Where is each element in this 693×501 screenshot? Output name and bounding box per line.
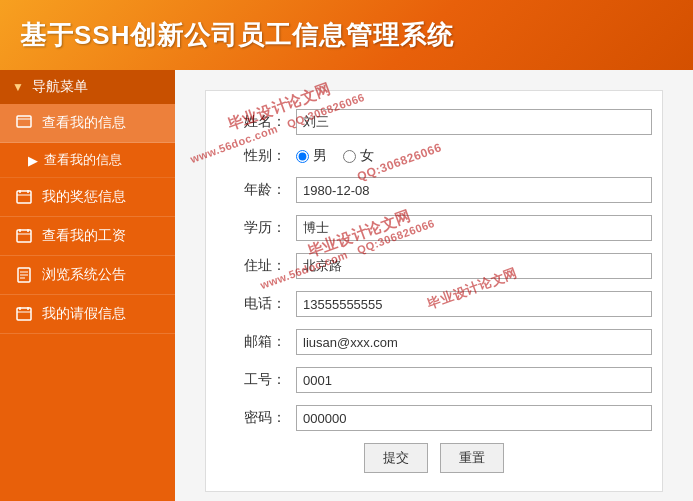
sidebar-item-my-awards[interactable]: 我的奖惩信息 [0, 178, 175, 217]
label-name: 姓名： [216, 113, 296, 131]
input-education[interactable] [296, 215, 652, 241]
content-area: 毕业设计论文网 www.56doc.com QQ:306826066 QQ:30… [175, 70, 693, 501]
sidebar-label-system-notice: 浏览系统公告 [42, 266, 126, 284]
form-buttons: 提交 重置 [206, 443, 662, 473]
label-empno: 工号： [216, 371, 296, 389]
sidebar-label-my-leave: 我的请假信息 [42, 305, 126, 323]
label-education: 学历： [216, 219, 296, 237]
input-password[interactable] [296, 405, 652, 431]
input-name[interactable] [296, 109, 652, 135]
calendar-icon-2 [14, 228, 34, 244]
sidebar-item-my-info[interactable]: 查看我的信息 [0, 104, 175, 143]
label-gender: 性别： [216, 147, 296, 165]
reset-button[interactable]: 重置 [440, 443, 504, 473]
sidebar-label-my-awards: 我的奖惩信息 [42, 188, 126, 206]
form-row-email: 邮箱： [206, 329, 662, 355]
form-row-gender: 性别： 男 女 [206, 147, 662, 165]
svg-rect-14 [17, 308, 31, 320]
radio-female[interactable]: 女 [343, 147, 374, 165]
calendar-icon-1 [14, 189, 34, 205]
label-email: 邮箱： [216, 333, 296, 351]
svg-rect-0 [17, 116, 31, 127]
input-address[interactable] [296, 253, 652, 279]
sidebar-label-my-info: 查看我的信息 [42, 114, 126, 132]
radio-male[interactable]: 男 [296, 147, 327, 165]
svg-rect-2 [17, 191, 31, 203]
person-icon [14, 115, 34, 131]
sidebar-sub-item-my-info[interactable]: ▶ 查看我的信息 [0, 143, 175, 178]
label-password: 密码： [216, 409, 296, 427]
sidebar-label-my-salary: 查看我的工资 [42, 227, 126, 245]
form-row-name: 姓名： [206, 109, 662, 135]
sidebar-item-my-leave[interactable]: 我的请假信息 [0, 295, 175, 334]
submit-button[interactable]: 提交 [364, 443, 428, 473]
svg-rect-6 [17, 230, 31, 242]
sidebar-item-system-notice[interactable]: 浏览系统公告 [0, 256, 175, 295]
form-row-phone: 电话： [206, 291, 662, 317]
radio-female-label: 女 [360, 147, 374, 165]
sidebar: ▼ 导航菜单 查看我的信息 ▶ 查看我的信息 [0, 70, 175, 501]
form-row-address: 住址： [206, 253, 662, 279]
label-birthday: 年龄： [216, 181, 296, 199]
radio-female-input[interactable] [343, 150, 356, 163]
input-birthday[interactable] [296, 177, 652, 203]
header: 基于SSH创新公司员工信息管理系统 [0, 0, 693, 70]
nav-header: ▼ 导航菜单 [0, 70, 175, 104]
form-row-education: 学历： [206, 215, 662, 241]
label-address: 住址： [216, 257, 296, 275]
header-title: 基于SSH创新公司员工信息管理系统 [20, 18, 454, 53]
input-phone[interactable] [296, 291, 652, 317]
nav-header-label: 导航菜单 [32, 78, 88, 96]
arrow-right-icon: ▶ [28, 153, 38, 168]
form-row-empno: 工号： [206, 367, 662, 393]
calendar-icon-3 [14, 306, 34, 322]
radio-group-gender: 男 女 [296, 147, 374, 165]
radio-male-label: 男 [313, 147, 327, 165]
form-row-password: 密码： [206, 405, 662, 431]
input-empno[interactable] [296, 367, 652, 393]
form-row-birthday: 年龄： [206, 177, 662, 203]
radio-male-input[interactable] [296, 150, 309, 163]
main-layout: ▼ 导航菜单 查看我的信息 ▶ 查看我的信息 [0, 70, 693, 501]
label-phone: 电话： [216, 295, 296, 313]
sidebar-item-my-salary[interactable]: 查看我的工资 [0, 217, 175, 256]
form-container: 姓名： 性别： 男 女 年龄： [205, 90, 663, 492]
sidebar-sub-label-my-info: 查看我的信息 [44, 151, 122, 169]
input-email[interactable] [296, 329, 652, 355]
nav-arrow-icon: ▼ [12, 80, 24, 94]
doc-icon [14, 267, 34, 283]
